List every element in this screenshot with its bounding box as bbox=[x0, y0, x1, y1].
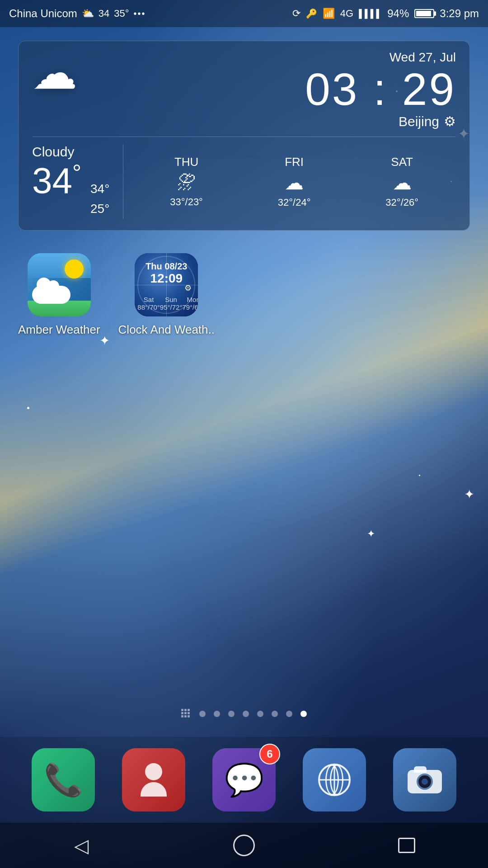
page-dots bbox=[0, 709, 488, 719]
status-left: China Unicom ⛅ 34 35° ••• bbox=[9, 7, 146, 20]
widget-location: Beijing ⚙ bbox=[305, 113, 456, 129]
forecast-day-name-sat: SAT bbox=[391, 155, 413, 169]
amber-sun bbox=[65, 259, 84, 278]
nav-home-circle bbox=[233, 835, 255, 856]
camera-body bbox=[408, 770, 442, 793]
dock-contacts[interactable] bbox=[122, 748, 185, 811]
clock-icon-inner: Thu 08/23 12:09 ⚙ Sat88°/70° Sun95°/72° … bbox=[135, 253, 198, 316]
nav-back-button[interactable]: ◁ bbox=[63, 827, 99, 863]
status-bar: China Unicom ⛅ 34 35° ••• ⟳ 🔑 📶 4G ▌▌▌▌ … bbox=[0, 0, 488, 27]
widget-top: ☁ Wed 27, Jul 03 : 29 Beijing ⚙ bbox=[32, 50, 456, 129]
camera-icon bbox=[408, 766, 442, 793]
clock-overlay-label: Thu 08/23 bbox=[135, 261, 198, 272]
forecast-temps-thu: 33°/23° bbox=[170, 196, 203, 208]
globe-curve-right bbox=[330, 764, 343, 795]
nav-recent-button[interactable] bbox=[389, 827, 425, 863]
status-right: ⟳ 🔑 📶 4G ▌▌▌▌ 94% 3:29 pm bbox=[292, 7, 479, 20]
forecast-temps-fri: 32°/24° bbox=[278, 197, 311, 208]
battery-indicator bbox=[414, 9, 434, 18]
apps-grid: Amber Weather Thu 08/23 12:09 ⚙ Sat88°/7… bbox=[18, 253, 215, 337]
current-temps-small: 34° 25° bbox=[90, 179, 109, 220]
clock-gear-icon: ⚙ bbox=[184, 283, 192, 293]
rotate-icon: ⟳ bbox=[292, 8, 300, 19]
status-temp-current: 34 bbox=[99, 8, 109, 19]
amber-cloud bbox=[32, 286, 70, 304]
dock: 📞 💬 6 bbox=[0, 737, 488, 823]
star-dot-3 bbox=[27, 407, 29, 409]
status-dots: ••• bbox=[134, 9, 146, 19]
widget-datetime: Wed 27, Jul 03 : 29 Beijing ⚙ bbox=[305, 50, 456, 129]
key-icon: 🔑 bbox=[306, 8, 317, 19]
page-dot-3[interactable] bbox=[228, 711, 235, 717]
current-temp-row: 34° 34° 25° bbox=[32, 161, 109, 219]
amber-cloud-puff2 bbox=[47, 280, 59, 292]
dock-phone[interactable]: 📞 bbox=[32, 748, 95, 811]
app-amber-weather[interactable]: Amber Weather bbox=[18, 253, 100, 337]
page-dot-grid bbox=[181, 709, 191, 719]
forecast-temps-sat: 32°/26° bbox=[385, 197, 418, 208]
app-label-amber: Amber Weather bbox=[18, 323, 100, 337]
page-dot-8-active[interactable] bbox=[300, 711, 307, 717]
app-clock-weather[interactable]: Thu 08/23 12:09 ⚙ Sat88°/70° Sun95°/72° … bbox=[118, 253, 215, 337]
person-head bbox=[145, 763, 162, 780]
app-label-clock: Clock And Weath.. bbox=[118, 323, 215, 337]
weather-widget: ☁ Wed 27, Jul 03 : 29 Beijing ⚙ Cloudy 3… bbox=[18, 41, 470, 231]
status-temp-next: 35° bbox=[114, 8, 129, 19]
star-sparkle-3: ✦ bbox=[464, 488, 474, 501]
settings-icon[interactable]: ⚙ bbox=[444, 113, 456, 129]
dock-browser[interactable] bbox=[303, 748, 366, 811]
page-dot-1[interactable] bbox=[199, 711, 206, 717]
forecast-day-name-thu: THU bbox=[174, 155, 198, 169]
star-sparkle-4: ✦ bbox=[367, 529, 375, 539]
app-icon-amber bbox=[28, 253, 91, 316]
signal-bars: ▌▌▌▌ bbox=[359, 9, 382, 19]
nav-bar: ◁ bbox=[0, 823, 488, 868]
star-dot-4 bbox=[419, 475, 420, 476]
nav-home-button[interactable] bbox=[226, 827, 262, 863]
app-icon-clock: Thu 08/23 12:09 ⚙ Sat88°/70° Sun95°/72° … bbox=[135, 253, 198, 316]
cloud-icon: ☁ bbox=[32, 50, 77, 95]
forecast-icon-fri: ☁ bbox=[285, 172, 304, 194]
wifi-icon: 📶 bbox=[323, 8, 335, 19]
location-label: Beijing bbox=[399, 114, 439, 129]
dock-messages[interactable]: 💬 6 bbox=[212, 748, 276, 811]
forecast-day-fri: FRI ☁ 32°/24° bbox=[278, 155, 311, 208]
person-body bbox=[141, 782, 167, 797]
widget-bottom: Cloudy 34° 34° 25° THU ⛈ 33°/23° FRI ☁ 3 bbox=[32, 144, 456, 219]
forecast-day-sat: SAT ☁ 32°/26° bbox=[385, 155, 418, 208]
carrier-label: China Unicom bbox=[9, 7, 77, 20]
clock-mini-mon: Mon79°/68° bbox=[182, 296, 198, 311]
clock-mini-sun: Sun95°/72° bbox=[160, 296, 183, 311]
globe-icon bbox=[318, 764, 351, 796]
widget-time: 03 : 29 bbox=[305, 66, 456, 112]
page-dot-7[interactable] bbox=[286, 711, 292, 717]
page-dot-2[interactable] bbox=[214, 711, 220, 717]
battery-pct: 94% bbox=[387, 7, 409, 20]
camera-lens bbox=[417, 774, 433, 790]
signal-4g: 4G bbox=[340, 8, 353, 19]
messages-icon: 💬 bbox=[225, 761, 264, 798]
forecast-day-name-fri: FRI bbox=[285, 155, 304, 169]
clock-mini-sat: Sat88°/70° bbox=[137, 296, 160, 311]
page-dot-5[interactable] bbox=[257, 711, 263, 717]
current-condition: Cloudy bbox=[32, 144, 109, 160]
page-dot-4[interactable] bbox=[243, 711, 249, 717]
forecast-icon-thu: ⛈ bbox=[177, 172, 196, 193]
current-temp-large: 34° bbox=[32, 161, 81, 199]
person-icon bbox=[141, 763, 167, 797]
status-weather-icon: ⛅ bbox=[82, 8, 94, 19]
clock-mini-forecast: Sat88°/70° Sun95°/72° Mon79°/68° bbox=[137, 296, 195, 311]
messages-badge: 6 bbox=[259, 744, 280, 764]
dock-camera[interactable] bbox=[393, 748, 456, 811]
forecast-days: THU ⛈ 33°/23° FRI ☁ 32°/24° SAT ☁ 32°/26… bbox=[123, 155, 456, 208]
current-weather: Cloudy 34° 34° 25° bbox=[32, 144, 123, 219]
widget-divider bbox=[32, 137, 456, 137]
amber-icon-inner bbox=[28, 253, 91, 316]
nav-recent-square bbox=[398, 838, 415, 853]
phone-icon: 📞 bbox=[44, 761, 83, 798]
widget-date: Wed 27, Jul bbox=[305, 50, 456, 65]
forecast-day-thu: THU ⛈ 33°/23° bbox=[170, 155, 203, 208]
page-dot-6[interactable] bbox=[272, 711, 278, 717]
clock-time: 3:29 pm bbox=[440, 7, 479, 20]
forecast-icon-sat: ☁ bbox=[393, 172, 412, 194]
